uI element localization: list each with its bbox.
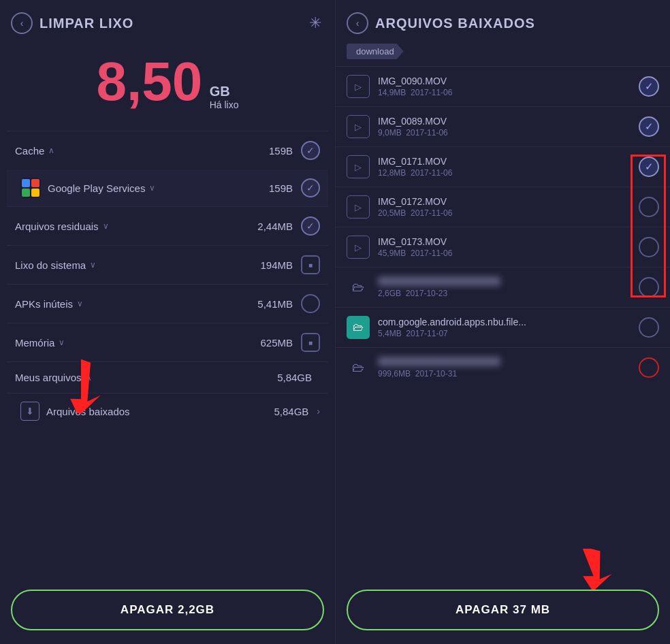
file-info-5: IMG_0173.MOV 45,9MB 2017-11-06	[378, 236, 639, 258]
svg-rect-2	[31, 179, 39, 187]
arrow-right-icon: ›	[317, 406, 320, 417]
cache-chevron: ∧	[48, 146, 54, 155]
apks-size: 5,41MB	[257, 298, 293, 310]
file-meta-2: 9,0MB 2017-11-06	[378, 128, 639, 138]
memoria-checkbox[interactable]	[301, 333, 320, 352]
folder-icon-6: 🗁	[347, 276, 370, 299]
file-name-5: IMG_0173.MOV	[378, 236, 639, 247]
lixo-label: Lixo do sistema ∨	[15, 259, 260, 271]
file-info-8: 999,6MB 2017-10-31	[378, 357, 639, 379]
right-delete-button[interactable]: APAGAR 37 MB	[347, 590, 659, 630]
file-item-5[interactable]: ▷ IMG_0173.MOV 45,9MB 2017-11-06	[336, 227, 670, 267]
residuais-size: 2,44MB	[257, 221, 293, 232]
file-item-8[interactable]: 🗁 999,6MB 2017-10-31	[336, 347, 670, 387]
file-info-4: IMG_0172.MOV 20,5MB 2017-11-06	[378, 196, 639, 218]
memoria-chevron: ∨	[59, 338, 65, 347]
cache-size: 159B	[269, 145, 293, 157]
file-check-6[interactable]	[639, 277, 659, 297]
left-panel: ‹ LIMPAR LIXO ✳ 8,50 GB Há lixo Cache ∧ …	[0, 0, 335, 644]
video-icon-5: ▷	[347, 236, 370, 259]
video-icon-2: ▷	[347, 115, 370, 138]
storage-number: 8,50	[97, 54, 203, 109]
meus-arquivos-label: Meus arquivos ∧	[15, 372, 277, 383]
memoria-label: Memória ∨	[15, 337, 260, 349]
meus-arquivos-item[interactable]: Meus arquivos ∧ 5,84GB	[7, 361, 328, 393]
residuais-checkbox[interactable]	[301, 216, 320, 236]
file-name-2: IMG_0089.MOV	[378, 116, 639, 127]
file-check-3[interactable]	[639, 157, 659, 177]
svg-rect-4	[31, 189, 39, 197]
cache-checkbox[interactable]	[301, 141, 320, 160]
left-header: ‹ LIMPAR LIXO ✳	[0, 0, 335, 41]
gps-size: 159B	[269, 182, 293, 194]
lixo-checkbox[interactable]	[301, 255, 320, 274]
file-check-2[interactable]	[639, 116, 659, 137]
file-item-2[interactable]: ▷ IMG_0089.MOV 9,0MB 2017-11-06	[336, 106, 670, 146]
download-subitem[interactable]: ⬇ Arquivos baixados 5,84GB ›	[7, 393, 328, 429]
svg-rect-1	[22, 179, 30, 187]
download-size: 5,84GB	[274, 406, 308, 417]
file-meta-1: 14,9MB 2017-11-06	[378, 88, 639, 97]
apks-chevron: ∨	[77, 299, 83, 308]
residuais-item[interactable]: Arquivos residuais ∨ 2,44MB	[7, 206, 328, 245]
file-meta-3: 12,8MB 2017-11-06	[378, 168, 639, 178]
file-meta-7: 5,4MB 2017-11-07	[378, 329, 639, 338]
left-list: Cache ∧ 159B Google Play Service	[0, 131, 335, 583]
apks-label: APKs inúteis ∨	[15, 298, 257, 310]
residuais-label: Arquivos residuais ∨	[15, 221, 257, 232]
file-item-7[interactable]: 🗁 com.google.android.apps.nbu.file... 5,…	[336, 307, 670, 347]
left-title: LIMPAR LIXO	[39, 16, 133, 31]
svg-rect-3	[22, 189, 30, 197]
left-delete-button[interactable]: APAGAR 2,2GB	[11, 590, 324, 630]
file-item-6[interactable]: 🗁 2,6GB 2017-10-23	[336, 267, 670, 307]
file-item-4[interactable]: ▷ IMG_0172.MOV 20,5MB 2017-11-06	[336, 187, 670, 227]
settings-icon[interactable]: ✳	[309, 14, 321, 32]
file-list: ▷ IMG_0090.MOV 14,9MB 2017-11-06 ▷ IMG_0…	[336, 66, 670, 549]
file-check-8[interactable]	[639, 357, 659, 378]
file-name-6	[378, 276, 639, 287]
file-item-3[interactable]: ▷ IMG_0171.MOV 12,8MB 2017-11-06	[336, 146, 670, 187]
file-name-4: IMG_0172.MOV	[378, 196, 639, 207]
breadcrumb-tag[interactable]: download	[347, 44, 404, 59]
breadcrumb-row: download	[336, 41, 670, 66]
file-meta-5: 45,9MB 2017-11-06	[378, 248, 639, 258]
meus-arquivos-size: 5,84GB	[277, 372, 312, 383]
file-check-7[interactable]	[639, 317, 659, 338]
file-check-1[interactable]	[639, 76, 659, 97]
memoria-item[interactable]: Memória ∨ 625MB	[7, 323, 328, 361]
apks-item[interactable]: APKs inúteis ∨ 5,41MB	[7, 284, 328, 323]
cache-item[interactable]: Cache ∧ 159B	[7, 131, 328, 170]
gps-icon	[20, 178, 41, 198]
storage-unit: GB	[210, 84, 230, 99]
storage-unit-block: GB Há lixo	[210, 84, 239, 110]
folder-icon-8: 🗁	[347, 356, 370, 379]
svg-marker-6	[570, 549, 616, 590]
file-check-4[interactable]	[639, 197, 659, 217]
file-info-7: com.google.android.apps.nbu.file... 5,4M…	[378, 317, 639, 338]
file-name-1: IMG_0090.MOV	[378, 76, 639, 86]
residuais-chevron: ∨	[103, 221, 109, 231]
gps-checkbox[interactable]	[301, 178, 320, 197]
storage-display: 8,50 GB Há lixo	[0, 41, 335, 131]
right-panel: ‹ ARQUIVOS BAIXADOS download ▷ IMG_0090.…	[335, 0, 670, 644]
lixo-size: 194MB	[260, 259, 293, 271]
gps-subitem[interactable]: Google Play Services ∨ 159B	[7, 170, 328, 206]
gps-icon-container	[20, 178, 41, 198]
google-icon-7: 🗁	[347, 316, 370, 339]
apks-checkbox[interactable]	[301, 294, 320, 313]
file-name-8	[378, 357, 639, 368]
lixo-item[interactable]: Lixo do sistema ∨ 194MB	[7, 245, 328, 284]
download-label: Arquivos baixados	[46, 406, 274, 417]
file-name-7: com.google.android.apps.nbu.file...	[378, 317, 639, 327]
meus-arquivos-chevron: ∧	[86, 373, 92, 383]
right-title: ARQUIVOS BAIXADOS	[375, 16, 535, 31]
right-back-button[interactable]: ‹	[347, 12, 368, 34]
gps-chevron: ∨	[149, 183, 155, 193]
storage-label: Há lixo	[210, 99, 239, 110]
file-item-1[interactable]: ▷ IMG_0090.MOV 14,9MB 2017-11-06	[336, 66, 670, 106]
left-back-button[interactable]: ‹	[11, 12, 33, 34]
memoria-size: 625MB	[260, 337, 293, 349]
file-check-5[interactable]	[639, 237, 659, 257]
video-icon-4: ▷	[347, 195, 370, 219]
video-icon-3: ▷	[347, 155, 370, 178]
